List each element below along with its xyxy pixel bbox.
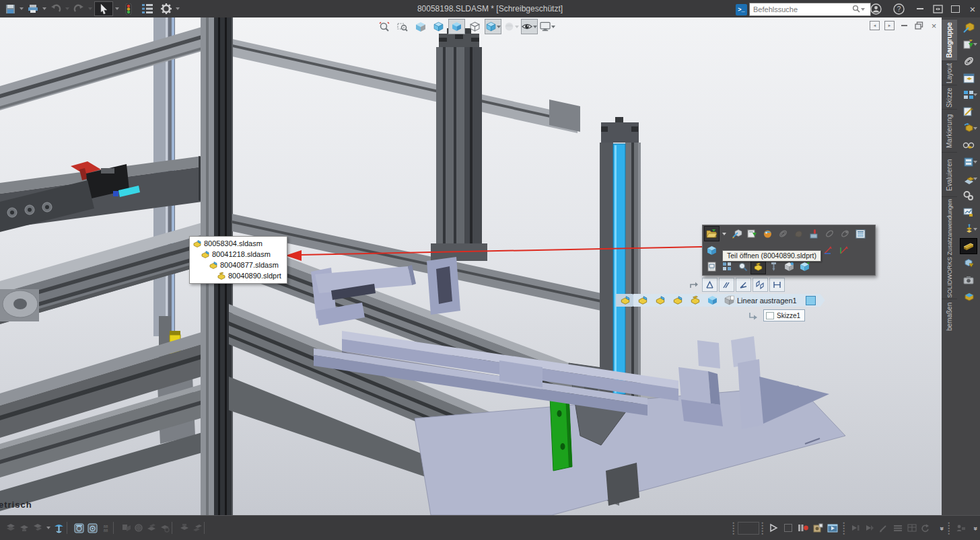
attach-icon[interactable] xyxy=(838,227,852,241)
open-part-dropdown[interactable] xyxy=(722,233,726,235)
breadcrumb-sketch-plane[interactable] xyxy=(800,294,825,307)
mate-icon[interactable] xyxy=(960,54,977,69)
minimize-icon[interactable] xyxy=(911,1,929,16)
box-tool-icon-2[interactable] xyxy=(86,522,98,534)
tab-baugruppe[interactable]: Baugruppe xyxy=(942,19,957,61)
drag-handle-2[interactable]: ●●●●● xyxy=(761,521,764,535)
hierarchy-item-assembly[interactable]: 80041218.sldasm xyxy=(190,249,287,260)
selection-anchor-icon[interactable] xyxy=(53,522,65,534)
expand-chevron-icon[interactable]: » xyxy=(936,522,948,534)
tool-icon-1[interactable] xyxy=(120,522,132,534)
stop-button[interactable] xyxy=(782,522,794,534)
edit-component-icon[interactable] xyxy=(960,20,977,35)
video-settings-icon[interactable] xyxy=(827,522,839,534)
tab-markierung[interactable]: Markierung xyxy=(942,109,957,153)
close-icon[interactable]: × xyxy=(964,1,980,16)
tab-skizze[interactable]: Skizze xyxy=(942,85,957,110)
filter-icon-1[interactable] xyxy=(4,522,16,534)
maximize-icon[interactable] xyxy=(946,1,964,16)
save-animation-icon[interactable] xyxy=(812,522,824,534)
tab-layout[interactable]: Layout xyxy=(942,61,957,85)
doc-restore-icon[interactable] xyxy=(914,21,924,30)
tool-icon-2[interactable] xyxy=(133,522,145,534)
suppress-icon[interactable] xyxy=(823,227,837,241)
search-dropdown[interactable] xyxy=(861,8,865,11)
tab-evaluieren[interactable]: Evaluieren xyxy=(942,152,957,197)
doc-minimize-icon[interactable] xyxy=(899,21,909,30)
component-preview-icon[interactable] xyxy=(960,71,977,85)
configure-icon-1[interactable] xyxy=(782,260,796,274)
exploded-view-icon[interactable] xyxy=(960,222,977,237)
parallel-planes-mate-icon[interactable] xyxy=(753,278,768,292)
hierarchy-item-assembly[interactable]: 80058304.sldasm xyxy=(190,238,287,249)
section-view-icon[interactable] xyxy=(412,19,429,34)
box-tool-icon-1[interactable] xyxy=(73,522,85,534)
assembly-features-icon[interactable] xyxy=(960,155,977,169)
tool-icon-3[interactable] xyxy=(145,522,158,534)
hide-show-items-eye-icon[interactable] xyxy=(521,19,538,34)
redo-icon[interactable] xyxy=(71,2,86,15)
tool-icon-4[interactable] xyxy=(158,522,170,534)
sketch-button[interactable]: Skizze1 xyxy=(763,309,805,321)
view-orientation-dropdown-icon[interactable] xyxy=(485,19,501,34)
view-settings-monitor-icon[interactable] xyxy=(539,19,556,34)
save-dropdown[interactable] xyxy=(20,7,24,10)
filter-icon-3[interactable] xyxy=(31,522,43,534)
pane-right-icon[interactable]: ▸ xyxy=(884,21,895,30)
key-icon-1[interactable] xyxy=(849,522,862,534)
options-dropdown[interactable] xyxy=(176,7,180,10)
coincident-mate-icon[interactable] xyxy=(702,278,718,292)
insert-component-icon[interactable] xyxy=(960,37,977,52)
selected-part-80040890[interactable] xyxy=(613,144,625,394)
pin-icon[interactable] xyxy=(767,260,781,274)
zoom-to-area-icon[interactable] xyxy=(394,19,411,34)
parallel-mate-icon[interactable] xyxy=(719,278,734,292)
edit-part-icon[interactable] xyxy=(730,227,744,241)
tab-zusatzanwendungen[interactable]: SOLIDWORKS Zusatzanwendungen xyxy=(942,196,957,299)
grid-88-icon[interactable]: 8888 xyxy=(100,522,112,534)
help-icon[interactable]: ? xyxy=(890,1,907,16)
print-icon[interactable] xyxy=(26,2,40,15)
width-mate-icon[interactable] xyxy=(769,278,785,292)
large-design-review-icon[interactable] xyxy=(960,289,977,304)
smart-fasteners-icon[interactable] xyxy=(960,104,977,119)
list-selection-icon[interactable] xyxy=(853,227,868,241)
user-account-icon[interactable] xyxy=(867,1,884,16)
move-component-icon[interactable] xyxy=(960,121,977,136)
rebuild-traffic-light-icon[interactable] xyxy=(121,2,136,15)
breadcrumb-feature[interactable]: Linear austragen1 xyxy=(720,294,804,307)
save-icon[interactable] xyxy=(3,2,18,15)
collaborate-icon[interactable] xyxy=(954,522,967,534)
display-style-shaded-icon[interactable] xyxy=(448,19,465,34)
options-gear-icon[interactable] xyxy=(159,2,174,15)
linear-pattern-icon[interactable] xyxy=(960,87,977,102)
take-snapshot-icon[interactable] xyxy=(960,272,977,287)
display-settings-list-icon[interactable] xyxy=(140,2,155,15)
view-orientation-cube-icon[interactable] xyxy=(430,19,447,34)
search-magnifier-icon[interactable] xyxy=(852,5,860,13)
appearance-icon[interactable] xyxy=(761,227,775,241)
edit-appearance-icon[interactable] xyxy=(503,19,520,34)
record-button[interactable] xyxy=(797,522,809,534)
belt-chain-icon[interactable] xyxy=(960,188,977,203)
axis-icon-2[interactable] xyxy=(837,243,851,258)
undo-dropdown[interactable] xyxy=(65,7,69,10)
reference-geometry-icon[interactable] xyxy=(960,171,977,186)
display-style-wireframe-icon[interactable] xyxy=(466,19,483,34)
key-icon-2[interactable] xyxy=(864,522,876,534)
redo-dropdown[interactable] xyxy=(88,7,92,10)
make-virtual-icon[interactable] xyxy=(745,227,759,241)
select-arrow-icon[interactable] xyxy=(94,1,113,16)
expand-arrow-icon[interactable] xyxy=(689,281,699,289)
lines-icon[interactable] xyxy=(892,522,904,534)
show-hidden-components-icon[interactable] xyxy=(960,138,977,153)
frame-post-center[interactable] xyxy=(431,28,487,261)
view-cube-icon[interactable] xyxy=(705,243,719,258)
filter-icon-2[interactable] xyxy=(18,522,30,534)
arrange-windows-icon[interactable] xyxy=(929,1,946,16)
pane-left-icon[interactable]: ◂ xyxy=(870,21,880,30)
drag-handle[interactable]: ●●●●● xyxy=(732,521,735,535)
pencil-icon[interactable] xyxy=(878,522,890,534)
selected-part-icon[interactable] xyxy=(751,260,765,274)
motion-study-icon[interactable] xyxy=(960,205,977,220)
